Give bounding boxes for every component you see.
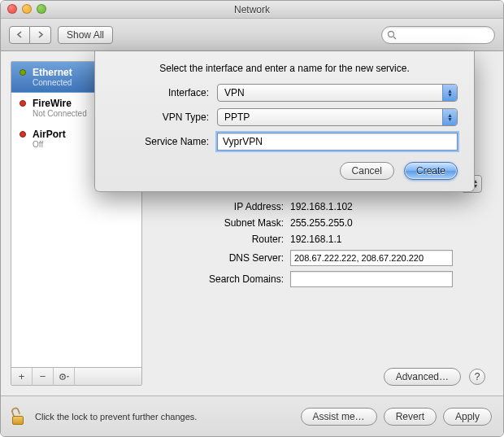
create-label: Create <box>416 165 445 177</box>
cancel-label: Cancel <box>352 165 382 177</box>
titlebar: Network <box>1 1 503 19</box>
cancel-button[interactable]: Cancel <box>340 162 394 180</box>
assist-me-button[interactable]: Assist me… <box>301 408 377 426</box>
show-all-label: Show All <box>67 29 104 41</box>
service-name-row: Service Name: <box>111 133 458 151</box>
revert-button[interactable]: Revert <box>384 408 437 426</box>
close-window-button[interactable] <box>7 4 17 14</box>
apply-label: Apply <box>455 411 480 422</box>
minimize-window-button[interactable] <box>22 4 32 14</box>
create-button[interactable]: Create <box>404 162 458 180</box>
search-field-wrapper[interactable] <box>381 26 495 44</box>
assist-me-label: Assist me… <box>313 411 365 422</box>
vpn-type-row: VPN Type: PPTP ▲▼ <box>111 108 458 126</box>
back-button[interactable] <box>9 26 30 44</box>
select-arrows-icon: ▲▼ <box>442 109 457 125</box>
lock-message: Click the lock to prevent further change… <box>35 412 294 422</box>
service-name-input[interactable] <box>217 133 458 151</box>
search-icon <box>387 30 397 40</box>
show-all-button[interactable]: Show All <box>58 26 113 44</box>
interface-label: Interface: <box>111 87 217 98</box>
interface-select[interactable]: VPN ▲▼ <box>217 84 458 102</box>
chevron-right-icon <box>37 31 44 38</box>
interface-row: Interface: VPN ▲▼ <box>111 84 458 102</box>
lock-button[interactable] <box>12 409 25 425</box>
interface-value: VPN <box>224 87 245 98</box>
forward-button[interactable] <box>30 26 51 44</box>
zoom-window-button[interactable] <box>37 4 46 14</box>
lock-body-icon <box>12 416 24 425</box>
vpn-type-select[interactable]: PPTP ▲▼ <box>217 108 458 126</box>
toolbar: Show All <box>1 19 503 51</box>
apply-button[interactable]: Apply <box>443 408 492 426</box>
new-service-sheet: Select the interface and enter a name fo… <box>94 51 475 192</box>
select-arrows-icon: ▲▼ <box>442 85 457 101</box>
svg-line-1 <box>393 37 396 39</box>
nav-segmented <box>9 26 51 44</box>
service-name-label: Service Name: <box>111 136 217 147</box>
bottom-bar: Click the lock to prevent further change… <box>1 395 503 436</box>
lock-shackle-icon <box>11 406 21 417</box>
preferences-window: Network Show All Eth <box>0 0 504 437</box>
search-input[interactable] <box>400 30 504 40</box>
sheet-buttons: Cancel Create <box>111 162 458 180</box>
window-title: Network <box>234 4 270 15</box>
sheet-heading: Select the interface and enter a name fo… <box>111 63 458 74</box>
bottom-actions: Assist me… Revert Apply <box>301 408 492 426</box>
chevron-left-icon <box>16 31 24 38</box>
revert-label: Revert <box>396 411 424 422</box>
vpn-type-label: VPN Type: <box>111 111 217 123</box>
svg-point-0 <box>389 31 394 37</box>
vpn-type-value: PPTP <box>224 111 250 123</box>
traffic-lights <box>7 4 46 14</box>
